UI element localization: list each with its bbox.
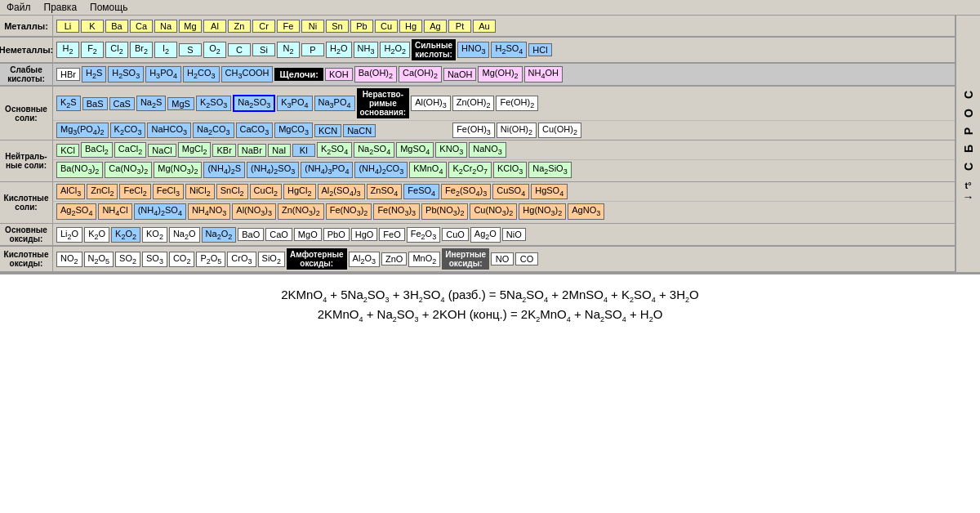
chem-Fe2SO43[interactable]: Fe2(SO4)3: [441, 184, 491, 199]
chem-Hg[interactable]: Hg: [399, 20, 422, 33]
chem-Cr[interactable]: Cr: [252, 20, 275, 33]
chem-Fe[interactable]: Fe: [277, 20, 300, 33]
chem-SO3[interactable]: SO3: [142, 252, 167, 267]
chem-Na2O2[interactable]: Na2O2: [202, 227, 237, 243]
chem-H3PO4[interactable]: H3PO4: [145, 66, 181, 82]
chem-CuCl2[interactable]: CuCl2: [250, 184, 282, 199]
chem-NaI[interactable]: NaI: [268, 144, 291, 157]
chem-HCl[interactable]: HCl: [528, 43, 551, 56]
chem-MgS[interactable]: MgS: [167, 97, 194, 110]
chem-MgSO4[interactable]: MgSO4: [396, 142, 434, 158]
chem-NaNO3[interactable]: NaNO3: [469, 142, 506, 158]
chem-MgCl2[interactable]: MgCl2: [178, 142, 212, 158]
chem-NH42SO3[interactable]: (NH4)2SO3: [247, 162, 299, 177]
chem-FeNO32[interactable]: Fe(NO3)2: [326, 203, 372, 219]
chem-CaS[interactable]: CaS: [109, 97, 135, 110]
chem-PbNO32[interactable]: Pb(NO3)2: [421, 203, 468, 219]
chem-K3PO4[interactable]: K3PO4: [277, 96, 312, 111]
chem-CaCl2[interactable]: CaCl2: [114, 142, 146, 158]
chem-K[interactable]: K: [81, 20, 104, 33]
chem-AgNO3[interactable]: AgNO3: [568, 203, 604, 219]
chem-AlCl3[interactable]: AlCl3: [56, 184, 85, 199]
chem-Fe2O3[interactable]: Fe2O3: [407, 227, 440, 243]
chem-Ag[interactable]: Ag: [424, 20, 447, 33]
chem-Zn[interactable]: Zn: [228, 20, 251, 33]
chem-KCN[interactable]: KCN: [314, 124, 341, 137]
chem-NO[interactable]: NO: [491, 252, 514, 265]
chem-H2SO4[interactable]: H2SO4: [491, 42, 527, 57]
chem-Al2SO43[interactable]: Al2(SO4)3: [318, 184, 365, 199]
chem-FeOH3[interactable]: Fe(OH)3: [452, 123, 495, 138]
chem-NaBr[interactable]: NaBr: [238, 144, 266, 157]
chem-Si[interactable]: Si: [252, 43, 275, 56]
chem-SnCl2[interactable]: SnCl2: [216, 184, 248, 199]
sbros-button[interactable]: С Б Р О С: [960, 81, 977, 177]
chem-CaO[interactable]: CaO: [265, 228, 292, 241]
chem-Cu[interactable]: Cu: [375, 20, 398, 33]
chem-NH42CO3[interactable]: (NH4)2CO3: [354, 162, 408, 177]
chem-K2S[interactable]: K2S: [56, 96, 81, 111]
chem-CH3COOH[interactable]: CH3COOH: [221, 66, 274, 82]
chem-Ag2SO4[interactable]: Ag2SO4: [56, 203, 96, 219]
chem-Ba[interactable]: Ba: [105, 20, 128, 33]
chem-SiO2[interactable]: SiO2: [258, 252, 285, 267]
chem-CO2[interactable]: CO2: [169, 252, 195, 267]
chem-NH3[interactable]: NH3: [354, 42, 379, 57]
chem-KO2[interactable]: KO2: [142, 227, 167, 243]
chem-K2O2[interactable]: K2O2: [111, 227, 140, 243]
chem-Al2O3[interactable]: Al2O3: [349, 252, 380, 267]
chem-Na2CO3[interactable]: Na2CO3: [193, 123, 234, 138]
chem-F2[interactable]: F2: [81, 42, 104, 57]
chem-KBr[interactable]: KBr: [212, 144, 235, 157]
chem-HgSO4[interactable]: HgSO4: [531, 184, 568, 199]
chem-AlOH3[interactable]: Al(OH)3: [411, 96, 451, 111]
chem-Na2O[interactable]: Na2O: [169, 227, 200, 243]
chem-FeSO4[interactable]: FeSO4: [403, 184, 439, 199]
chem-P[interactable]: P: [301, 43, 324, 56]
chem-H2SO3[interactable]: H2SO3: [108, 66, 144, 82]
chem-N2O5[interactable]: N2O5: [84, 252, 114, 267]
chem-K2CO3[interactable]: K2CO3: [110, 123, 146, 138]
chem-Li[interactable]: Li: [56, 20, 79, 33]
chem-H2O[interactable]: H2O: [326, 42, 352, 57]
chem-BaOH2[interactable]: Ba(OH)2: [354, 66, 397, 82]
chem-K2O[interactable]: K2O: [84, 227, 109, 243]
chem-Ag2O[interactable]: Ag2O: [470, 227, 501, 243]
chem-ZnSO4[interactable]: ZnSO4: [367, 184, 403, 199]
chem-NaOH[interactable]: NaOH: [443, 68, 477, 81]
chem-Al[interactable]: Al: [203, 20, 226, 33]
chem-HBr[interactable]: HBr: [56, 68, 80, 81]
chem-H2CO3[interactable]: H2CO3: [183, 66, 219, 82]
chem-N2[interactable]: N2: [277, 42, 300, 57]
chem-MnO2[interactable]: MnO2: [408, 252, 440, 267]
chem-CuSO4[interactable]: CuSO4: [492, 184, 529, 199]
chem-HNO3[interactable]: HNO3: [457, 42, 489, 57]
chem-HgCl2[interactable]: HgCl2: [283, 184, 315, 199]
chem-FeNO33[interactable]: Fe(NO3)3: [373, 203, 420, 219]
chem-H2S[interactable]: H2S: [82, 66, 106, 82]
chem-FeOH2[interactable]: Fe(OH)2: [496, 96, 538, 111]
chem-Na3PO4[interactable]: Na3PO4: [314, 96, 355, 111]
chem-P2O5[interactable]: P2O5: [196, 252, 225, 267]
chem-AlNO33[interactable]: Al(NO3)3: [232, 203, 276, 219]
chem-NaHCO3[interactable]: NaHCO3: [147, 123, 191, 138]
chem-Na2SO4[interactable]: Na2SO4: [354, 142, 394, 158]
chem-NO2[interactable]: NO2: [56, 252, 82, 267]
chem-CaCO3[interactable]: CaCO3: [236, 123, 274, 138]
chem-K2SO4[interactable]: K2SO4: [317, 142, 352, 158]
chem-HgNO32[interactable]: Hg(NO3)2: [519, 203, 566, 219]
chem-NH42SO4[interactable]: (NH4)2SO4: [134, 203, 186, 219]
menu-edit[interactable]: Правка: [44, 2, 78, 13]
chem-NiO[interactable]: NiO: [502, 228, 526, 241]
chem-SO2[interactable]: SO2: [115, 252, 140, 267]
chem-Au[interactable]: Au: [473, 20, 496, 33]
chem-K2Cr2O7[interactable]: K2Cr2O7: [448, 162, 492, 177]
chem-KNO3[interactable]: KNO3: [435, 142, 467, 158]
chem-CaNO32[interactable]: Ca(NO3)2: [105, 162, 152, 177]
chem-ZnCl2[interactable]: ZnCl2: [87, 184, 118, 199]
chem-H2O2[interactable]: H2O2: [380, 42, 410, 57]
chem-FeO[interactable]: FeO: [379, 228, 404, 241]
chem-Na2S[interactable]: Na2S: [136, 96, 166, 111]
chem-Na2SiO3[interactable]: Na2SiO3: [528, 162, 571, 177]
chem-NaCl[interactable]: NaCl: [148, 144, 176, 157]
